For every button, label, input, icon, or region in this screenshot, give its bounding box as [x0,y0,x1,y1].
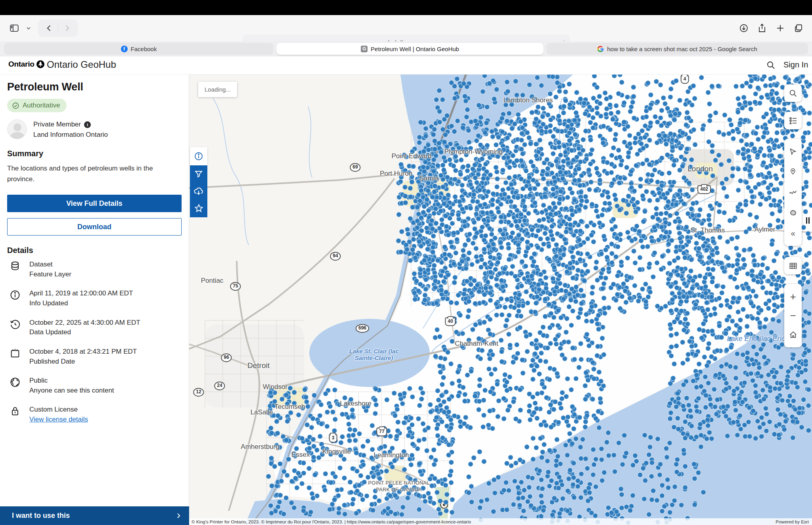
map-label: Tecumseh [274,403,305,411]
map-label: Leamington [374,451,409,459]
check-circle-icon [12,102,19,109]
map-label: Lakeshore [340,400,371,408]
map-label: Chatham-Kent [455,340,498,348]
highway-shield: 40 [445,317,456,326]
detail-row-public: Public Anyone can see this content [7,376,181,395]
tab-title: Facebook [131,46,157,52]
detail-line2: Anyone can see this content [29,386,114,396]
tab-title: Petroleum Well | Ontario GeoHub [371,46,459,52]
highway-shield: 77 [376,427,387,436]
google-icon [597,46,604,52]
map-label: Lake Erie (lac Érié [727,335,785,343]
tab-overview-icon[interactable] [791,20,806,36]
share-icon[interactable] [754,20,770,36]
panel-handle[interactable] [806,217,811,224]
map-label: Sarnia [419,174,439,182]
map-label: Pontiac [201,277,224,285]
tab-google-search[interactable]: how to take a screen shot mac oct 2025 -… [546,43,808,55]
map-left-toolbar [190,147,207,217]
attribution-text: © King's Printer for Ontario, 2023. © Im… [192,519,471,524]
screen: geohub.lio.gov.on.ca f Facebook [0,0,812,525]
detail-line1: Dataset [29,260,71,270]
downloads-icon[interactable] [736,20,752,36]
zoom-out-button[interactable]: − [790,306,796,325]
collapse-panel-button[interactable]: « [791,223,795,243]
detail-line1: Custom License [29,405,88,415]
pin-tool-button[interactable] [789,162,797,182]
map-label: Aylmer [755,226,776,234]
owner-name: Private Member [33,119,81,130]
highway-shield: 69 [350,163,360,172]
zoom-controls: + − [784,284,802,347]
filter-button[interactable] [194,169,203,179]
map-tools-panel [190,165,207,217]
map-label: POINT PELEE NATIONAL [368,480,430,486]
map-label: LaSalle [251,408,273,416]
select-tool-button[interactable] [789,142,797,161]
forward-button[interactable] [58,20,76,36]
detail-row-info-updated: April 11, 2019 at 12:00:00 AM EDT Info U… [7,289,181,308]
highway-shield: 4 [681,75,689,84]
detail-line2: Data Updated [29,328,140,337]
table-button[interactable] [784,257,802,274]
summary-text: The locations and types of petroleum wel… [7,163,174,184]
highway-shield: 94 [330,252,341,261]
trillium-icon [36,59,45,69]
chevron-right-icon: › [177,510,180,521]
detail-line1: October 4, 2018 at 2:43:21 PM EDT [29,347,137,357]
info-icon[interactable]: i [84,121,91,128]
view-full-details-button[interactable]: View Full Details [7,195,182,212]
highway-shield: 696 [356,324,369,333]
tab-geohub[interactable]: G Petroleum Well | Ontario GeoHub [276,43,544,55]
owner-row: Private Member i Land Information Ontari… [7,119,181,140]
site-header: Ontario Ontario GeoHub Sign In [0,56,812,75]
highway-shield: 3 [329,434,337,443]
highway-shield: 96 [221,353,232,362]
cloud-download-button[interactable] [193,186,204,196]
map-label: Essex [291,451,310,459]
map-label: Amherstburg [241,443,279,451]
info-circle-icon [10,289,21,301]
calendar-icon [10,348,21,359]
search-icon[interactable] [766,60,776,70]
map-label: Port Huron [380,170,412,178]
tab-title: how to take a screen shot mac oct 2025 -… [607,46,757,52]
home-button[interactable] [789,325,798,344]
view-license-link[interactable]: View license details [29,416,88,423]
loading-indicator: Loading... [198,82,237,97]
i-want-to-use-this-bar[interactable]: I want to use this › [0,506,189,525]
tab-facebook[interactable]: f Facebook [4,43,274,55]
cta-label: I want to use this [12,512,70,520]
map-attribution: © King's Printer for Ontario, 2023. © Im… [189,518,812,525]
map-search-button[interactable] [784,84,802,102]
lasso-tool-button[interactable] [788,203,798,223]
summary-heading: Summary [7,149,181,158]
badge-label: Authoritative [23,102,60,109]
sidebar-toggle-icon[interactable] [6,20,22,36]
info-button[interactable] [190,147,207,165]
map-tools-box: « [784,139,802,246]
zoom-in-button[interactable]: + [790,287,796,306]
map-overlay: 773401224966967594402469PARK OF CANADAPO… [189,75,812,525]
map-label: PARK OF CANADA [376,487,421,492]
avatar [7,119,27,139]
sign-in-link[interactable]: Sign In [783,60,808,69]
legend-button[interactable] [784,112,802,129]
draw-tool-button[interactable] [788,182,798,202]
back-button[interactable] [40,20,58,36]
map-canvas[interactable]: 773401224966967594402469PARK OF CANADAPO… [189,75,812,525]
map-label: Sainte-Claire) [355,354,393,361]
favorite-star-button[interactable] [194,203,204,213]
globe-icon [10,377,21,388]
map-label: Detroit [247,361,270,370]
database-icon [10,261,21,272]
ontario-logo[interactable]: Ontario [8,59,45,69]
new-tab-icon[interactable] [772,20,788,36]
detail-line2: Feature Layer [29,270,71,280]
highway-shield: 24 [214,381,225,390]
detail-row-published: October 4, 2018 at 2:43:21 PM EDT Publis… [7,347,181,366]
page-title: Petroleum Well [7,81,181,93]
detail-line2: Published Date [29,357,137,367]
download-button[interactable]: Download [7,218,182,236]
sidebar-chevron-icon[interactable] [25,20,33,36]
